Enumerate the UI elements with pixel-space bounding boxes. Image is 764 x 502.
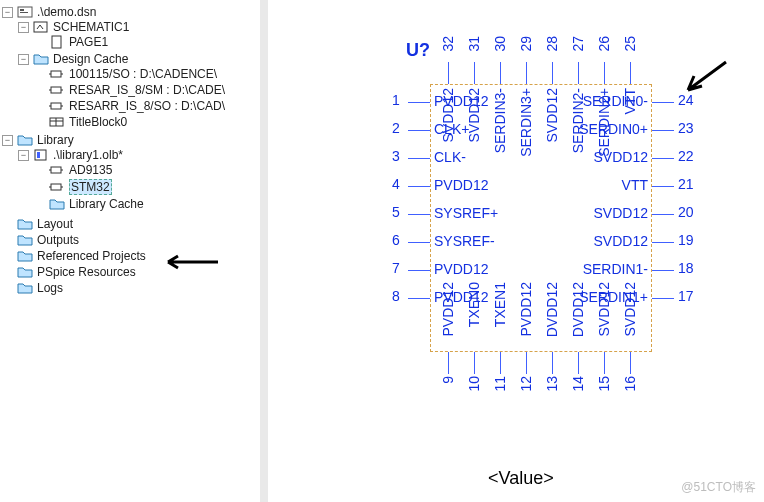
pin-number[interactable]: 16 bbox=[622, 376, 638, 392]
pin-name[interactable]: SYSREF+ bbox=[434, 205, 498, 221]
pin-stub[interactable] bbox=[552, 352, 553, 374]
pin-name[interactable]: DVDD12 bbox=[544, 282, 560, 337]
pin-number[interactable]: 30 bbox=[492, 36, 508, 52]
pin-stub[interactable] bbox=[408, 130, 430, 131]
pin-stub[interactable] bbox=[526, 352, 527, 374]
pin-name[interactable]: PVDD12 bbox=[434, 177, 488, 193]
pin-name[interactable]: TXEN1 bbox=[492, 282, 508, 327]
pin-stub[interactable] bbox=[474, 352, 475, 374]
pin-number[interactable]: 7 bbox=[392, 260, 400, 276]
pin-stub[interactable] bbox=[408, 298, 430, 299]
tree-item-folder[interactable]: Logs bbox=[2, 281, 260, 295]
pin-name[interactable]: SVDD12 bbox=[466, 88, 482, 142]
pin-stub[interactable] bbox=[474, 62, 475, 84]
pin-number[interactable]: 2 bbox=[392, 120, 400, 136]
tree-item-cache-part[interactable]: RESAR_IS_8/SM : D:\CADE\ bbox=[34, 83, 260, 97]
pin-number[interactable]: 13 bbox=[544, 376, 560, 392]
pin-stub[interactable] bbox=[448, 62, 449, 84]
tree-item-lib-cache[interactable]: Library Cache bbox=[34, 197, 260, 211]
pin-name[interactable]: CLK- bbox=[434, 149, 466, 165]
pin-number[interactable]: 20 bbox=[678, 204, 694, 220]
pin-stub[interactable] bbox=[500, 62, 501, 84]
pin-stub[interactable] bbox=[578, 62, 579, 84]
pin-name[interactable]: SERDIN1- bbox=[564, 261, 648, 277]
tree-item-folder[interactable]: PSpice Resources bbox=[2, 265, 260, 279]
pin-number[interactable]: 25 bbox=[622, 36, 638, 52]
pin-stub[interactable] bbox=[526, 62, 527, 84]
pin-stub[interactable] bbox=[652, 298, 674, 299]
tree-item-folder[interactable]: Layout bbox=[2, 217, 260, 231]
pin-stub[interactable] bbox=[408, 102, 430, 103]
tree-item-design[interactable]: − .\demo.dsn bbox=[2, 5, 260, 19]
component-symbol[interactable]: U? 1 PVDD12 2 CLK+ 3 CLK- 4 PVDD12 5 SYS… bbox=[348, 30, 708, 450]
pin-stub[interactable] bbox=[652, 214, 674, 215]
pin-number[interactable]: 3 bbox=[392, 148, 400, 164]
refdes-label[interactable]: U? bbox=[406, 40, 430, 61]
tree-item-page[interactable]: PAGE1 bbox=[34, 35, 260, 49]
pin-name[interactable]: TXEN0 bbox=[466, 282, 482, 327]
pin-name[interactable]: SERDIN3- bbox=[492, 88, 508, 153]
pin-number[interactable]: 27 bbox=[570, 36, 586, 52]
pin-name[interactable]: SVDD12 bbox=[564, 233, 648, 249]
pin-number[interactable]: 23 bbox=[678, 120, 694, 136]
tree-item-cache-part[interactable]: 100115/SO : D:\CADENCE\ bbox=[34, 67, 260, 81]
pin-stub[interactable] bbox=[578, 352, 579, 374]
pin-stub[interactable] bbox=[408, 158, 430, 159]
tree-item-cache-part[interactable]: RESARR_IS_8/SO : D:\CAD\ bbox=[34, 99, 260, 113]
tree-item-part[interactable]: STM32 bbox=[34, 179, 260, 195]
pin-number[interactable]: 14 bbox=[570, 376, 586, 392]
pin-stub[interactable] bbox=[604, 62, 605, 84]
pin-number[interactable]: 19 bbox=[678, 232, 694, 248]
pin-stub[interactable] bbox=[408, 214, 430, 215]
pin-stub[interactable] bbox=[652, 186, 674, 187]
tree-item-folder[interactable]: Outputs bbox=[2, 233, 260, 247]
pin-number[interactable]: 8 bbox=[392, 288, 400, 304]
pin-number[interactable]: 31 bbox=[466, 36, 482, 52]
collapse-icon[interactable]: − bbox=[2, 7, 13, 18]
pin-number[interactable]: 5 bbox=[392, 204, 400, 220]
tree-item-design-cache[interactable]: − Design Cache bbox=[18, 52, 260, 66]
pin-stub[interactable] bbox=[408, 186, 430, 187]
pin-number[interactable]: 4 bbox=[392, 176, 400, 192]
tree-item-lib-file[interactable]: − .\library1.olb* bbox=[18, 148, 260, 162]
pin-stub[interactable] bbox=[408, 270, 430, 271]
pin-number[interactable]: 10 bbox=[466, 376, 482, 392]
tree-item-part[interactable]: AD9135 bbox=[34, 163, 260, 177]
schematic-canvas[interactable]: U? 1 PVDD12 2 CLK+ 3 CLK- 4 PVDD12 5 SYS… bbox=[268, 0, 764, 502]
pin-name[interactable]: VTT bbox=[564, 177, 648, 193]
tree-item-folder[interactable]: Referenced Projects bbox=[2, 249, 260, 263]
tree-item-cache-part[interactable]: TitleBlock0 bbox=[34, 115, 260, 129]
pin-stub[interactable] bbox=[630, 352, 631, 374]
pin-number[interactable]: 11 bbox=[492, 376, 508, 392]
pin-name[interactable]: SVDD12 bbox=[622, 282, 638, 336]
pin-stub[interactable] bbox=[630, 62, 631, 84]
pin-name[interactable]: PVDD12 bbox=[440, 282, 456, 336]
collapse-icon[interactable]: − bbox=[18, 22, 29, 33]
pin-number[interactable]: 1 bbox=[392, 92, 400, 108]
pin-number[interactable]: 28 bbox=[544, 36, 560, 52]
pin-stub[interactable] bbox=[552, 62, 553, 84]
pin-stub[interactable] bbox=[500, 352, 501, 374]
pin-name[interactable]: PVDD12 bbox=[434, 261, 488, 277]
pin-number[interactable]: 12 bbox=[518, 376, 534, 392]
pin-number[interactable]: 29 bbox=[518, 36, 534, 52]
pin-number[interactable]: 6 bbox=[392, 232, 400, 248]
pin-number[interactable]: 9 bbox=[440, 376, 456, 384]
pin-number[interactable]: 17 bbox=[678, 288, 694, 304]
pin-number[interactable]: 32 bbox=[440, 36, 456, 52]
pin-stub[interactable] bbox=[604, 352, 605, 374]
pin-name[interactable]: SERDIN3+ bbox=[518, 88, 534, 157]
project-tree[interactable]: − .\demo.dsn − SCHEMATIC1 PAGE1 bbox=[2, 4, 260, 214]
pin-stub[interactable] bbox=[652, 102, 674, 103]
pin-name[interactable]: SERDIN2- bbox=[570, 88, 586, 153]
pin-number[interactable]: 15 bbox=[596, 376, 612, 392]
tree-item-library[interactable]: − Library bbox=[2, 133, 260, 147]
collapse-icon[interactable]: − bbox=[18, 54, 29, 65]
pin-stub[interactable] bbox=[408, 242, 430, 243]
pin-stub[interactable] bbox=[652, 270, 674, 271]
pin-name[interactable]: SERDIN2+ bbox=[596, 88, 612, 157]
collapse-icon[interactable]: − bbox=[2, 135, 13, 146]
pin-name[interactable]: SVDD12 bbox=[440, 88, 456, 142]
tree-item-schematic[interactable]: − SCHEMATIC1 bbox=[18, 20, 260, 34]
pin-name[interactable]: PVDD12 bbox=[518, 282, 534, 336]
